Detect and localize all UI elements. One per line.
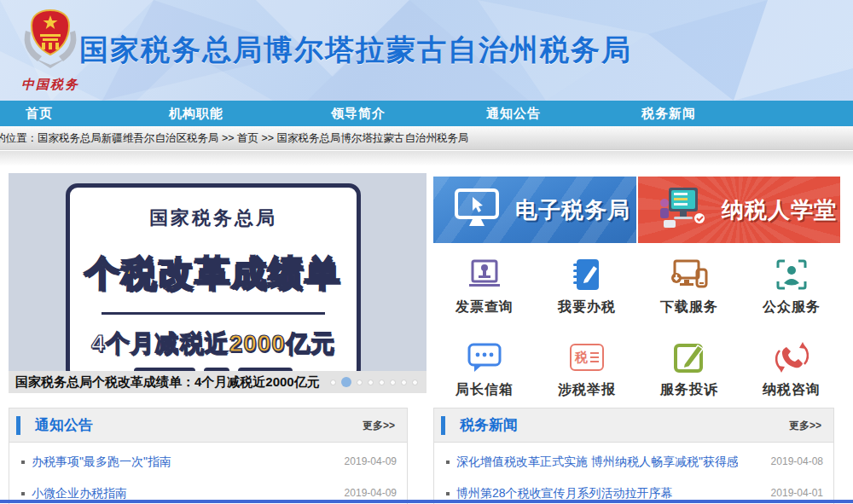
site-header: 中国税务 国家税务总局博尔塔拉蒙古自治州税务局 [0, 0, 853, 101]
nav-item-home[interactable]: 首页 [26, 101, 53, 126]
list-item: 办税事项"最多跑一次"指南 2019-04-09 [9, 446, 407, 478]
news-panel-title: 税务新闻 [460, 408, 518, 443]
footer-divider [0, 500, 853, 503]
notice-link[interactable]: 办税事项"最多跑一次"指南 [32, 446, 171, 478]
stamp-text: 税 [575, 350, 588, 366]
service-label: 我要办税 [558, 298, 616, 316]
carousel-dot[interactable] [401, 379, 407, 385]
service-label: 下载服务 [660, 298, 718, 316]
news-link[interactable]: 深化增值税改革正式实施 博州纳税人畅享减税"获得感" [456, 446, 738, 478]
taxpayer-school-button[interactable]: 纳税人学堂 [638, 177, 840, 243]
etax-bureau-label: 电子税务局 [515, 195, 630, 225]
service-invoice-query[interactable]: 发票查询 [433, 256, 536, 316]
slide-org-text: 国家税务总局 [70, 206, 357, 230]
carousel-slide-card: 国家税务总局 个税改革成绩单 4个月减税近2000亿元 [66, 183, 361, 371]
carousel-dot[interactable] [368, 379, 374, 385]
page-title: 国家税务总局博尔塔拉蒙古自治州税务局 [79, 31, 632, 70]
service-label: 纳税咨询 [763, 381, 821, 399]
notices-more-link[interactable]: 更多>> [363, 408, 395, 443]
carousel-caption-bar: 国家税务总局个税改革成绩单：4个月减税近2000亿元 [9, 371, 426, 393]
invoice-query-icon [466, 256, 503, 293]
breadcrumb-text[interactable]: 的位置：国家税务总局新疆维吾尔自治区税务局 >> 首页 >> 国家税务总局博尔塔… [0, 126, 469, 150]
nav-item-news[interactable]: 税务新闻 [641, 101, 696, 126]
news-more-link[interactable]: 更多>> [789, 408, 821, 443]
slide-headline: 个税改革成绩单 [70, 251, 357, 295]
list-item: 深化增值税改革正式实施 博州纳税人畅享减税"获得感" 2019-04-08 [434, 446, 833, 478]
news-date: 2019-04-08 [771, 446, 823, 478]
service-label: 发票查询 [456, 298, 514, 316]
tax-bureau-logo: 中国税务 [14, 5, 87, 97]
carousel-caption[interactable]: 国家税务总局个税改革成绩单：4个月减税近2000亿元 [15, 371, 320, 393]
subline-part-white2: 亿元 [286, 330, 335, 356]
carousel-dots [330, 371, 418, 393]
service-download[interactable]: 下载服务 [638, 256, 740, 316]
news-panel-header: 税务新闻 更多>> [434, 408, 833, 443]
subline-part-white: 4个月减税近 [91, 330, 229, 356]
service-label: 涉税举报 [558, 381, 616, 399]
service-tax-report[interactable]: 税 涉税举报 [536, 339, 638, 399]
notices-panel-title: 通知公告 [35, 408, 93, 443]
download-devices-icon [670, 256, 709, 293]
carousel-dot[interactable] [330, 379, 336, 385]
nav-item-leaders[interactable]: 领导简介 [331, 101, 386, 126]
carousel-slide-image[interactable]: 国家税务总局 个税改革成绩单 4个月减税近2000亿元 [9, 173, 426, 371]
breadcrumb: 的位置：国家税务总局新疆维吾尔自治区税务局 >> 首页 >> 国家税务总局博尔塔… [0, 126, 853, 150]
slide-subline: 4个月减税近2000亿元 [70, 328, 357, 359]
nav-item-functions[interactable]: 机构职能 [169, 101, 223, 126]
bullet-icon [21, 492, 25, 495]
service-mailbox[interactable]: 局长信箱 [433, 339, 536, 399]
main-nav: 首页 机构职能 领导简介 通知公告 税务新闻 [0, 101, 853, 126]
news-panel: 税务新闻 更多>> 深化增值税改革正式实施 博州纳税人畅享减税"获得感" 201… [433, 408, 834, 504]
monitor-cursor-icon [452, 187, 502, 233]
notices-panel-header: 通知公告 更多>> [9, 408, 407, 443]
service-label: 服务投诉 [660, 381, 718, 399]
service-public[interactable]: 公众服务 [740, 256, 843, 316]
bullet-icon [21, 461, 25, 464]
complaint-pencil-icon [672, 339, 706, 376]
news-list: 深化增值税改革正式实施 博州纳税人畅享减税"获得感" 2019-04-08 博州… [434, 443, 833, 504]
service-grid: 发票查询 我要办税 [433, 256, 843, 399]
taxpayer-school-label: 纳税人学堂 [722, 195, 837, 225]
nav-item-notices[interactable]: 通知公告 [486, 101, 541, 126]
notices-list: 办税事项"最多跑一次"指南 2019-04-09 小微企业办税指南 2019-0… [9, 443, 407, 504]
carousel-dot[interactable] [379, 379, 385, 385]
panel-accent-bar [16, 416, 20, 435]
service-tax-handle[interactable]: 我要办税 [536, 256, 638, 316]
carousel-dot[interactable] [357, 379, 363, 385]
classroom-computer-icon [657, 184, 708, 235]
service-consult[interactable]: 纳税咨询 [740, 339, 843, 399]
tax-emblem-icon [14, 5, 87, 77]
news-carousel: 国家税务总局 个税改革成绩单 4个月减税近2000亿元 国家税务总局个税改革成绩… [9, 173, 426, 393]
bullet-icon [446, 461, 450, 464]
subline-part-yellow: 2000 [229, 330, 286, 356]
phone-consult-icon [775, 339, 809, 376]
breadcrumb-fade [0, 151, 853, 166]
page: 中国税务 国家税务总局博尔塔拉蒙古自治州税务局 首页 机构职能 领导简介 通知公… [0, 0, 853, 504]
notices-panel: 通知公告 更多>> 办税事项"最多跑一次"指南 2019-04-09 小微企业办… [9, 408, 408, 504]
service-label: 公众服务 [763, 298, 821, 316]
panel-accent-bar [441, 416, 445, 435]
carousel-dot-active[interactable] [341, 377, 351, 387]
bullet-icon [446, 492, 450, 495]
tax-notebook-icon [570, 256, 604, 293]
public-person-icon [775, 256, 809, 293]
carousel-dot[interactable] [412, 379, 418, 385]
slide-divider [102, 312, 325, 315]
service-label: 局长信箱 [456, 381, 514, 399]
mailbox-bubble-icon [466, 339, 503, 376]
notice-date: 2019-04-09 [345, 446, 397, 478]
etax-bureau-button[interactable]: 电子税务局 [433, 177, 636, 243]
logo-caption: 中国税务 [14, 77, 87, 93]
carousel-dot[interactable] [390, 379, 396, 385]
tax-stamp-icon: 税 [570, 339, 604, 376]
service-complaint[interactable]: 服务投诉 [638, 339, 740, 399]
